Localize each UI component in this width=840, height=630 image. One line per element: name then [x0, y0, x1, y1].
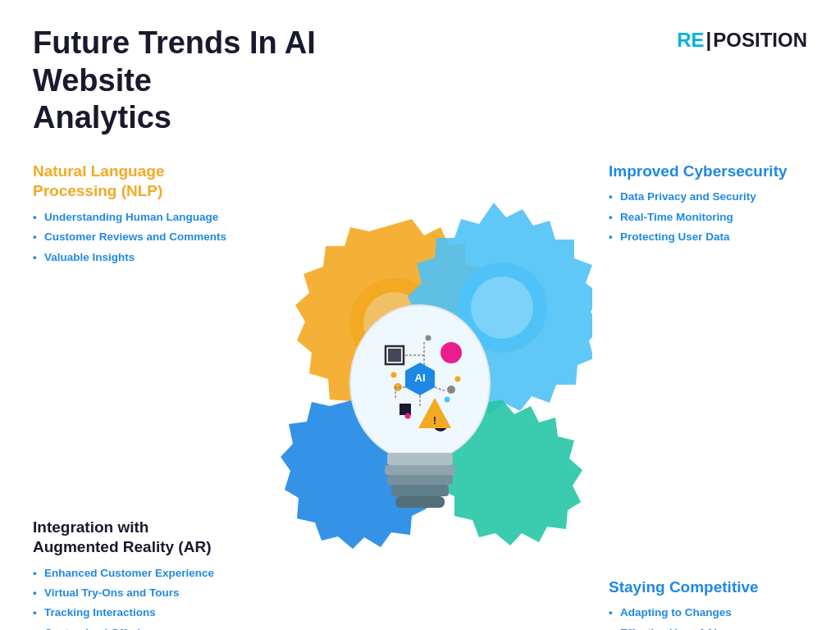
svg-point-3	[471, 276, 533, 339]
ar-title: Integration with Augmented Reality (AR)	[33, 518, 231, 558]
cybersecurity-bullets-item-3: Protecting User Data	[609, 230, 807, 244]
cybersecurity-bullets-item-1: Data Privacy and Security	[609, 189, 807, 204]
nlp-title: Natural Language Processing (NLP)	[33, 162, 231, 202]
cybersecurity-title: Improved Cybersecurity	[609, 162, 807, 182]
svg-point-17	[447, 386, 455, 394]
svg-point-26	[405, 413, 411, 418]
cybersecurity-bullets-item-2: Real-Time Monitoring	[609, 210, 807, 225]
ar-bullets: Enhanced Customer ExperienceVirtual Try-…	[33, 566, 231, 630]
svg-rect-5	[387, 453, 453, 465]
main-container: Future Trends In AI Website Analytics RE…	[0, 0, 840, 630]
svg-rect-8	[391, 485, 449, 496]
competitive-bullets-item-1: Adapting to Changes	[609, 605, 807, 620]
center-illustration: ! AI	[248, 153, 592, 630]
main-title: Future Trends In AI Website Analytics	[33, 25, 443, 137]
nlp-section: Natural Language Processing (NLP) Unders…	[33, 162, 231, 270]
ar-bullets-item-4: Customised Offerings	[33, 626, 231, 630]
competitive-title: Staying Competitive	[609, 578, 807, 598]
svg-point-15	[441, 342, 462, 363]
competitive-bullets: Adapting to ChangesEffective Use of AI	[609, 605, 807, 630]
cybersecurity-bullets: Data Privacy and SecurityReal-Time Monit…	[609, 189, 807, 244]
ar-bullets-item-3: Tracking Interactions	[33, 605, 231, 620]
svg-text:AI: AI	[415, 372, 426, 384]
right-column: Improved Cybersecurity Data Privacy and …	[592, 153, 807, 630]
ar-section: Integration with Augmented Reality (AR) …	[33, 518, 231, 630]
svg-point-24	[391, 372, 397, 377]
svg-rect-6	[385, 465, 455, 475]
nlp-bullets: Understanding Human LanguageCustomer Rev…	[33, 210, 231, 265]
svg-point-27	[426, 335, 431, 340]
competitive-bullets-item-2: Effective Use of AI	[609, 626, 807, 630]
logo-position: POSITION	[713, 29, 807, 52]
logo: RE | POSITION	[677, 29, 807, 52]
nlp-bullets-item-1: Understanding Human Language	[33, 210, 231, 225]
nlp-bullets-item-3: Valuable Insights	[33, 250, 231, 265]
svg-point-25	[445, 396, 450, 402]
svg-rect-21	[399, 404, 411, 415]
content-area: Natural Language Processing (NLP) Unders…	[33, 153, 807, 630]
gear-bulb: ! AI	[248, 186, 592, 613]
svg-rect-7	[387, 475, 453, 485]
gear-svg: ! AI	[248, 186, 592, 613]
nlp-bullets-item-2: Customer Reviews and Comments	[33, 230, 231, 244]
svg-point-28	[455, 376, 461, 381]
svg-text:!: !	[433, 415, 436, 427]
competitive-section: Staying Competitive Adapting to ChangesE…	[609, 578, 807, 630]
logo-re: RE	[677, 29, 704, 52]
cybersecurity-section: Improved Cybersecurity Data Privacy and …	[609, 162, 807, 249]
logo-bar: |	[706, 29, 712, 52]
ar-bullets-item-2: Virtual Try-Ons and Tours	[33, 586, 231, 600]
header: Future Trends In AI Website Analytics RE…	[33, 25, 807, 137]
svg-rect-9	[395, 496, 445, 508]
ar-bullets-item-1: Enhanced Customer Experience	[33, 566, 231, 581]
left-column: Natural Language Processing (NLP) Unders…	[33, 153, 248, 630]
svg-rect-11	[388, 349, 401, 362]
